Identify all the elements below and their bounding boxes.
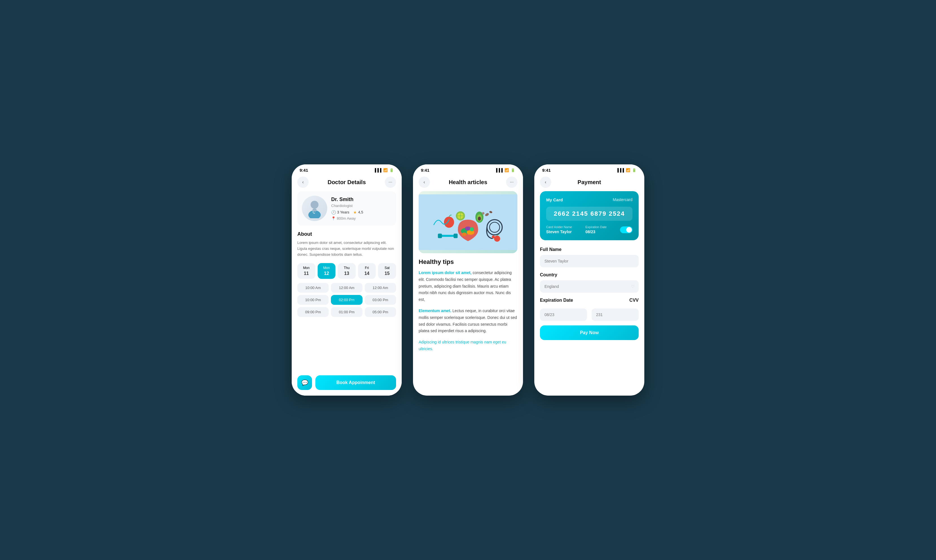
cal-day-mon11[interactable]: Mon 11: [297, 263, 316, 279]
rating-item: ★ 4,5: [353, 210, 363, 215]
location-item: 📍 800m Away: [331, 216, 391, 220]
chat-button[interactable]: 💬: [297, 375, 312, 390]
svg-point-8: [462, 232, 467, 236]
cal-day-sat15[interactable]: Sat 15: [378, 263, 396, 279]
svg-point-24: [494, 236, 500, 242]
cal-num-2: 13: [344, 271, 349, 276]
expiry-label: Expiration Date: [540, 298, 573, 303]
status-icons-1: ▐▐▐ 📶 🔋: [374, 168, 394, 172]
card-expiry-label: Expiration Date: [585, 225, 607, 229]
phone1-content: Dr. Smith Chardiologist 🕐 3 Years ★ 4,5: [292, 191, 402, 371]
cvv-input[interactable]: [591, 308, 639, 321]
card-brand: Mastercard: [613, 197, 633, 202]
phone3-content: My Card Mastercard 2662 2145 6879 2524 C…: [534, 191, 644, 395]
card-label: My Card: [546, 197, 563, 202]
battery-icon-3: 🔋: [632, 168, 636, 172]
signal-icon-2: ▐▐▐: [495, 168, 503, 172]
card-footer: Card Holder Name Steven Taylor Expiratio…: [546, 225, 633, 234]
cal-day-fri14[interactable]: Fri 14: [358, 263, 376, 279]
article-para1-rest: consectetur adipiscing elit. Commodo fac…: [419, 271, 512, 302]
cal-num-0: 11: [304, 271, 309, 276]
time-slot-8[interactable]: 05:00 Pm: [365, 307, 396, 317]
cal-day-mon12[interactable]: Mon 12: [318, 263, 336, 279]
phone-doctor-details: 9:41 ▐▐▐ 📶 🔋 ‹ Doctor Details ···: [292, 165, 402, 395]
back-button-2[interactable]: ‹: [419, 177, 430, 188]
card-holder-label: Card Holder Name: [546, 225, 572, 229]
bottom-bar-1: 💬 Book Appoinment: [292, 371, 402, 395]
article-title: Healthy tips: [419, 258, 517, 266]
phone-payment: 9:41 ▐▐▐ 📶 🔋 ‹ Payment My Card Mastercar…: [534, 165, 644, 395]
status-bar-2: 9:41 ▐▐▐ 📶 🔋: [413, 165, 523, 174]
full-name-label: Full Name: [540, 247, 639, 252]
article-link[interactable]: Adipiscing id ultrices tristique magnis …: [419, 339, 517, 352]
article-highlight-1: Lorem ipsum dolor sit amet,: [419, 271, 471, 275]
expiry-input[interactable]: [540, 308, 587, 321]
doctor-meta: 🕐 3 Years ★ 4,5: [331, 210, 391, 215]
back-button-3[interactable]: ‹: [540, 177, 551, 188]
time-slot-4[interactable]: 02:00 Pm: [331, 295, 362, 305]
card-header: My Card Mastercard: [546, 197, 633, 202]
cal-num-3: 14: [365, 271, 369, 276]
battery-icon: 🔋: [389, 168, 394, 172]
cal-label-2: Thu: [344, 266, 350, 270]
time-slot-1[interactable]: 12:00 Am: [331, 283, 362, 293]
location-value: 800m Away: [337, 216, 356, 220]
card-toggle[interactable]: [620, 226, 633, 233]
wifi-icon-3: 📶: [626, 168, 630, 172]
cal-label-4: Sat: [385, 266, 389, 270]
signal-icon: ▐▐▐: [374, 168, 382, 172]
phone2-content: Healthy tips Lorem ipsum dolor sit amet,…: [413, 191, 523, 395]
time-slot-7[interactable]: 01:00 Pm: [331, 307, 362, 317]
svg-point-23: [482, 212, 484, 215]
time-slot-6[interactable]: 09:00 Pm: [297, 307, 329, 317]
time-slot-5[interactable]: 03:00 Pm: [365, 295, 396, 305]
time-slot-2[interactable]: 12:00 Am: [365, 283, 396, 293]
star-icon: ★: [353, 210, 357, 215]
time-slot-0[interactable]: 10:00 Am: [297, 283, 329, 293]
nav-bar-3: ‹ Payment: [534, 174, 644, 191]
cal-day-thu13[interactable]: Thu 13: [338, 263, 356, 279]
status-bar-3: 9:41 ▐▐▐ 📶 🔋: [534, 165, 644, 174]
article-para-1: Lorem ipsum dolor sit amet, consectetur …: [419, 269, 517, 303]
more-button-2[interactable]: ···: [506, 177, 517, 188]
svg-point-1: [308, 210, 321, 218]
doctor-name: Dr. Smith: [331, 197, 391, 203]
card-holder-section: Card Holder Name Steven Taylor: [546, 225, 572, 234]
more-button-1[interactable]: ···: [385, 177, 396, 188]
status-bar-1: 9:41 ▐▐▐ 📶 🔋: [292, 165, 402, 174]
page-title-1: Doctor Details: [328, 179, 366, 186]
battery-icon-2: 🔋: [511, 168, 515, 172]
phone-health-articles: 9:41 ▐▐▐ 📶 🔋 ‹ Health articles ···: [413, 165, 523, 395]
time-slot-3[interactable]: 10:00 Pm: [297, 295, 329, 305]
status-time-1: 9:41: [300, 168, 308, 172]
experience-item: 🕐 3 Years: [331, 210, 349, 215]
rating-value: 4,5: [358, 210, 363, 214]
chevron-down-icon: ♡: [631, 284, 635, 289]
svg-rect-14: [454, 234, 457, 238]
back-button-1[interactable]: ‹: [297, 177, 309, 188]
book-appointment-button[interactable]: Book Appoinment: [316, 375, 396, 390]
cal-num-4: 15: [385, 271, 389, 276]
doctor-card: Dr. Smith Chardiologist 🕐 3 Years ★ 4,5: [297, 191, 396, 226]
expiry-cvv-row: Expiration Date CVV: [540, 298, 639, 306]
status-icons-2: ▐▐▐ 📶 🔋: [495, 168, 515, 172]
page-title-2: Health articles: [449, 179, 488, 186]
card-number: 2662 2145 6879 2524: [546, 207, 633, 221]
svg-point-15: [444, 217, 454, 228]
wifi-icon: 📶: [383, 168, 388, 172]
full-name-input[interactable]: [540, 255, 639, 267]
country-input[interactable]: [540, 280, 639, 293]
article-image: [419, 191, 517, 253]
expiry-cvv-inputs: [540, 308, 639, 321]
cal-label-3: Fri: [365, 266, 369, 270]
article-para-2: Elementum amet. Lectus neque, in curabit…: [419, 308, 517, 334]
signal-icon-3: ▐▐▐: [616, 168, 624, 172]
location-icon: 📍: [331, 216, 336, 220]
svg-point-7: [470, 227, 474, 231]
cvv-label: CVV: [630, 298, 639, 303]
svg-point-0: [311, 201, 319, 209]
phones-container: 9:41 ▐▐▐ 📶 🔋 ‹ Doctor Details ···: [292, 165, 644, 395]
experience-value: 3 Years: [337, 210, 349, 214]
pay-now-button[interactable]: Pay Now: [540, 325, 639, 340]
calendar-row: Mon 11 Mon 12 Thu 13 Fri 14 Sat 15: [297, 263, 396, 279]
